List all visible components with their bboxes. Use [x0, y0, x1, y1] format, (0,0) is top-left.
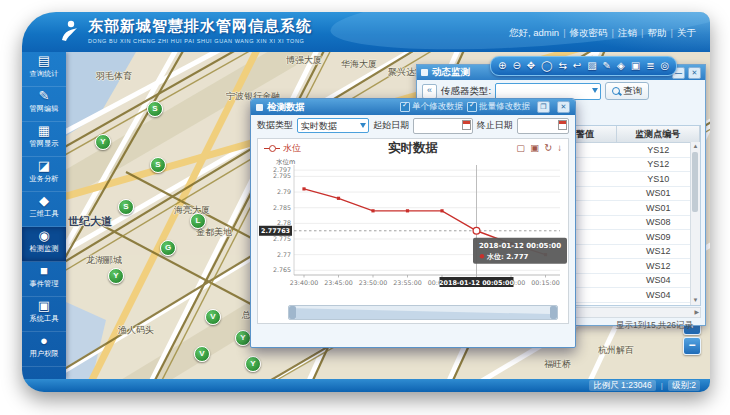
sidebar-item-label: 三维工具: [24, 209, 64, 219]
dialog-restore-button[interactable]: ❐: [537, 101, 550, 113]
map-marker-Y[interactable]: Y: [235, 330, 251, 346]
cell-point-id: WS12: [617, 259, 700, 273]
header-link-注销[interactable]: 注销: [618, 27, 637, 38]
sensor-type-label: 传感器类型:: [441, 85, 491, 98]
chart-range-slider[interactable]: [288, 305, 558, 320]
chart-legend[interactable]: 水位: [264, 142, 334, 155]
sidebar-item-管网编辑[interactable]: ✎管网编辑: [22, 87, 66, 122]
map-label: 华海大厦: [341, 58, 377, 71]
save-icon[interactable]: ▣: [631, 58, 640, 74]
scroll-up-icon[interactable]: ▲: [691, 142, 700, 151]
svg-text:23:50:00: 23:50:00: [359, 279, 387, 286]
map-marker-Y[interactable]: Y: [108, 268, 124, 284]
calendar-icon[interactable]: [462, 120, 471, 130]
dialog-title: 检测数据: [267, 101, 396, 114]
panel-close-button[interactable]: ✕: [688, 67, 701, 79]
slider-right-handle[interactable]: [550, 306, 557, 319]
sensor-type-select[interactable]: [495, 83, 601, 100]
map-toolbar: ⊕⊖✥◯⇆↩▨✎◈▣≣◎: [490, 56, 677, 76]
start-date-input[interactable]: [413, 118, 472, 134]
slider-left-handle[interactable]: [289, 306, 296, 319]
measure-area-icon[interactable]: ▨: [587, 58, 596, 74]
sidebar-item-label: 管网显示: [24, 139, 64, 149]
legend-line-icon: [264, 148, 280, 149]
svg-text:2.775: 2.775: [273, 235, 291, 242]
batch-edit-checkbox[interactable]: 批量修改数据: [467, 101, 530, 113]
network-edit-icon: ✎: [22, 89, 66, 103]
map-marker-Y[interactable]: Y: [95, 134, 111, 150]
dialog-close-button[interactable]: ✕: [557, 101, 570, 113]
sidebar-item-查询统计[interactable]: ▤查询统计: [22, 52, 66, 87]
map-zoom-out-button[interactable]: −: [683, 337, 701, 355]
sidebar: ▤查询统计✎管网编辑▦管网显示◪业务分析◆三维工具◉检测监测■事件管理▣系统工具…: [22, 52, 66, 379]
detection-data-dialog: 检测数据 单个修改数据 批量修改数据 ❐ ✕ 数据类型 实时数据 起始日期: [250, 98, 576, 348]
cell-point-id: WS01: [617, 187, 700, 201]
pan-icon[interactable]: ✥: [527, 58, 535, 74]
header-link-修改密码[interactable]: 修改密码: [570, 27, 608, 38]
swap-icon[interactable]: ⇆: [558, 58, 566, 74]
measure-distance-icon[interactable]: ✎: [603, 58, 611, 74]
single-edit-checkbox[interactable]: 单个修改数据: [400, 101, 463, 113]
map-marker-G[interactable]: G: [160, 240, 176, 256]
header-link-关于[interactable]: 关于: [677, 27, 696, 38]
map-marker-S[interactable]: S: [118, 199, 134, 215]
sidebar-item-三维工具[interactable]: ◆三维工具: [22, 192, 66, 227]
map-marker-Y[interactable]: Y: [245, 356, 261, 372]
map-label: 世纪大道: [68, 214, 112, 229]
divider: |: [563, 27, 565, 38]
map-label: 龙湖郦城: [86, 254, 122, 267]
svg-text:2018-01-12 00:05:00: 2018-01-12 00:05:00: [479, 242, 561, 250]
dialog-titlebar[interactable]: 检测数据 单个修改数据 批量修改数据 ❐ ✕: [251, 99, 575, 115]
sidebar-item-系统工具[interactable]: ▣系统工具: [22, 297, 66, 332]
table-vertical-scrollbar[interactable]: ▲ ▼: [690, 142, 700, 305]
map-marker-S[interactable]: S: [150, 157, 166, 173]
panel-collapse-button[interactable]: «: [422, 84, 437, 99]
sidebar-item-用户权限[interactable]: ●用户权限: [22, 332, 66, 367]
search-stats-icon: ▤: [22, 54, 66, 68]
sidebar-item-label: 检测监测: [24, 244, 64, 254]
scrollbar-thumb[interactable]: [692, 152, 698, 212]
svg-text:2.77: 2.77: [277, 251, 291, 258]
scroll-down-icon[interactable]: ▼: [691, 296, 700, 305]
zoom-out-icon[interactable]: ⊖: [512, 58, 520, 74]
zoom-in-icon[interactable]: ⊕: [498, 58, 506, 74]
layers-icon[interactable]: ≣: [646, 58, 654, 74]
circle-select-icon[interactable]: ◯: [541, 58, 552, 74]
overview-icon[interactable]: ◎: [661, 58, 670, 74]
scroll-right-icon[interactable]: ▶: [694, 308, 699, 316]
sidebar-item-业务分析[interactable]: ◪业务分析: [22, 157, 66, 192]
sidebar-item-事件管理[interactable]: ■事件管理: [22, 262, 66, 297]
three-d-tools-icon: ◆: [22, 194, 66, 208]
clear-icon[interactable]: ◈: [617, 58, 625, 74]
sidebar-item-管网显示[interactable]: ▦管网显示: [22, 122, 66, 157]
user-permission-icon: ●: [22, 334, 66, 348]
undo-icon[interactable]: ↩: [573, 58, 581, 74]
map-marker-V[interactable]: V: [194, 346, 210, 362]
refresh-icon[interactable]: ↻: [544, 142, 552, 154]
sidebar-item-label: 事件管理: [24, 279, 64, 289]
end-date-input[interactable]: [517, 118, 569, 134]
map-marker-S[interactable]: S: [147, 101, 163, 117]
realtime-chart-card: 水位 实时数据 ▢▣↻↓ 水位m2.7652.772.7752.782.7852…: [257, 138, 569, 324]
map-marker-V[interactable]: V: [205, 309, 221, 325]
svg-text:23:45:00: 23:45:00: [324, 279, 352, 286]
sidebar-item-检测监测[interactable]: ◉检测监测: [22, 227, 66, 262]
app-logo-icon: [56, 18, 82, 44]
cell-point-id: WS09: [617, 230, 700, 244]
cell-point-id: YS10: [617, 172, 700, 186]
download-icon[interactable]: ↓: [557, 142, 562, 154]
dialog-icon: [256, 104, 263, 111]
chart-header: 水位 实时数据 ▢▣↻↓: [258, 139, 568, 157]
restore-view-icon[interactable]: ▣: [530, 142, 539, 154]
header-link-帮助[interactable]: 帮助: [648, 27, 667, 38]
calendar-icon[interactable]: [558, 120, 567, 130]
network-display-icon: ▦: [22, 124, 66, 138]
map-marker-L[interactable]: L: [190, 213, 206, 229]
cell-point-id: YS12: [617, 143, 700, 157]
chart-title: 实时数据: [334, 140, 492, 157]
box-zoom-icon[interactable]: ▢: [516, 142, 525, 154]
svg-text:2.78: 2.78: [277, 219, 291, 226]
user-links: 您好, admin|修改密码|注销|帮助|关于: [509, 27, 696, 40]
query-button[interactable]: 查询: [605, 82, 649, 100]
data-type-select[interactable]: 实时数据: [297, 118, 369, 133]
